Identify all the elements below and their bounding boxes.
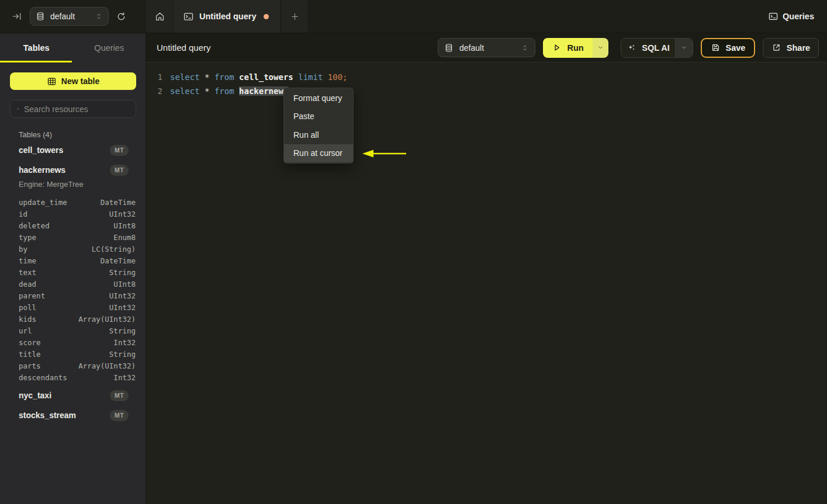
search-icon xyxy=(16,105,19,113)
engine-label: Engine: MergeTree xyxy=(19,180,146,189)
share-button[interactable]: Share xyxy=(763,38,819,58)
line-number: 1 xyxy=(146,72,162,82)
external-link-icon xyxy=(771,43,781,53)
code-text: select * from cell_towers limit 100; xyxy=(170,72,348,82)
column-type: Array(UInt32) xyxy=(78,362,136,370)
new-table-button[interactable]: New table xyxy=(10,72,136,90)
topbar-database-selector[interactable]: default xyxy=(30,7,109,26)
column-type: String xyxy=(109,350,136,359)
column-type: UInt8 xyxy=(113,280,136,289)
play-icon xyxy=(552,43,562,53)
column-row: typeEnum8 xyxy=(0,231,146,243)
queries-terminal-icon xyxy=(768,11,778,22)
column-name: id xyxy=(19,210,27,218)
tab-untitled-query[interactable]: Untitled query xyxy=(174,0,281,33)
sql-token: select xyxy=(170,86,200,96)
column-row: deletedUInt8 xyxy=(0,220,146,231)
sql-token: hackernews xyxy=(239,86,288,96)
new-tab-button[interactable] xyxy=(281,0,309,33)
column-type: Int32 xyxy=(113,338,136,347)
sql-token: cell_towers xyxy=(239,72,293,82)
column-row: descendantsInt32 xyxy=(0,371,146,383)
column-row: textString xyxy=(0,266,146,278)
column-name: descendants xyxy=(19,373,67,382)
column-name: title xyxy=(19,350,41,359)
query-title: Untitled query xyxy=(157,43,211,53)
sidebar-tab-tables[interactable]: Tables xyxy=(0,33,73,62)
editor-header: Untitled query default Run xyxy=(146,33,827,62)
database-icon xyxy=(444,43,454,53)
editor-toolbar: default Run SQL AI xyxy=(438,38,819,58)
engine-badge: MT xyxy=(110,145,129,156)
column-type: DateTime xyxy=(101,198,136,207)
plus-icon xyxy=(290,12,300,22)
sql-ai-options-button[interactable] xyxy=(675,39,693,57)
home-button[interactable] xyxy=(146,0,174,33)
save-icon xyxy=(711,43,721,53)
save-label: Save xyxy=(726,43,746,53)
table-row[interactable]: cell_towersMT xyxy=(0,140,146,160)
columns-list: update_timeDateTimeidUInt32deletedUInt8t… xyxy=(0,196,146,383)
table-row[interactable]: hackernewsMT xyxy=(0,160,146,180)
run-options-button[interactable] xyxy=(593,38,608,58)
queries-button[interactable]: Queries xyxy=(768,0,814,33)
table-row[interactable]: nyc_taxiMT xyxy=(0,385,146,405)
context-menu-item-paste[interactable]: Paste xyxy=(284,107,353,126)
column-type: Enum8 xyxy=(113,233,136,242)
column-type: UInt32 xyxy=(109,291,136,300)
context-menu-item-run-all[interactable]: Run all xyxy=(284,126,353,144)
top-bar: default Untitled query xyxy=(0,0,827,33)
column-row: urlString xyxy=(0,325,146,336)
queries-label: Queries xyxy=(783,12,814,21)
column-name: kids xyxy=(19,315,36,324)
editor-database-selector[interactable]: default xyxy=(438,38,535,57)
search-box xyxy=(10,100,136,118)
collapse-sidebar-icon[interactable] xyxy=(12,11,22,22)
table-grid-icon xyxy=(47,77,57,86)
run-button-group: Run xyxy=(543,38,608,58)
column-name: parts xyxy=(19,362,41,370)
sidebar-body: New table Tables (4) cell_towersMThacker… xyxy=(0,62,146,425)
sidebar-tab-queries[interactable]: Queries xyxy=(73,33,146,62)
column-row: update_timeDateTime xyxy=(0,196,146,208)
table-row[interactable]: stocks_streamMT xyxy=(0,405,146,425)
sql-token: limit xyxy=(298,72,323,82)
column-name: type xyxy=(19,233,36,242)
column-name: parent xyxy=(19,291,45,300)
column-row: partsArray(UInt32) xyxy=(0,360,146,371)
refresh-icon[interactable] xyxy=(116,11,127,22)
table-name: stocks_stream xyxy=(19,411,76,420)
tab-strip: Untitled query xyxy=(146,0,309,33)
chevron-updown-icon xyxy=(521,44,529,52)
sql-token: select xyxy=(170,72,200,82)
context-menu-item-format-query[interactable]: Format query xyxy=(284,89,353,107)
column-row: kidsArray(UInt32) xyxy=(0,313,146,325)
context-menu-item-run-at-cursor[interactable]: Run at cursor xyxy=(284,144,353,163)
column-type: DateTime xyxy=(101,256,136,265)
save-button[interactable]: Save xyxy=(701,38,755,58)
column-name: update_time xyxy=(19,198,67,207)
engine-badge: MT xyxy=(110,390,129,401)
sidebar-tabs: Tables Queries xyxy=(0,33,146,62)
column-type: UInt32 xyxy=(109,303,136,312)
sql-token: from xyxy=(214,72,234,82)
column-row: timeDateTime xyxy=(0,255,146,266)
share-label: Share xyxy=(787,43,810,53)
editor-database-value: default xyxy=(459,43,521,53)
sql-ai-label: SQL AI xyxy=(642,43,670,53)
column-name: poll xyxy=(19,303,36,312)
engine-badge: MT xyxy=(110,165,129,176)
column-name: score xyxy=(19,338,41,347)
column-type: UInt32 xyxy=(109,210,136,218)
table-name: nyc_taxi xyxy=(19,391,51,400)
code-line: 1select * from cell_towers limit 100; xyxy=(146,70,827,84)
sql-ai-button[interactable]: SQL AI xyxy=(621,39,675,57)
chevron-updown-icon xyxy=(95,12,103,20)
column-type: UInt8 xyxy=(113,221,136,230)
sql-editor[interactable]: 1select * from cell_towers limit 100;2se… xyxy=(146,63,827,504)
run-button[interactable]: Run xyxy=(543,38,593,58)
sparkles-icon xyxy=(627,43,636,53)
code-line: 2select * from hackernews limit 1000 xyxy=(146,84,827,98)
search-input[interactable] xyxy=(24,105,130,114)
column-row: titleString xyxy=(0,348,146,360)
